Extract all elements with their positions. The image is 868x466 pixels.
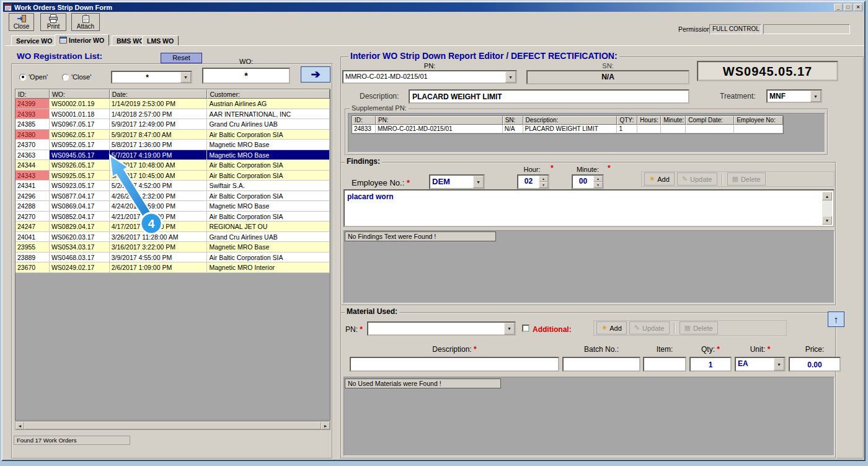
scrollbar-thumb[interactable] [24,422,321,429]
wo-date-cell[interactable]: 5/2/2017 4:52:00 PM [110,181,208,191]
wo-number-cell[interactable]: WS0002.01.19 [50,99,110,109]
wo-number-cell[interactable]: WS0923.05.17 [50,181,110,191]
supplemental-cell[interactable]: 24833 [352,125,376,133]
supplemental-cell[interactable]: 1 [617,125,637,133]
table-row[interactable]: 24833MMRO-C-021-MD-0215/01N/APLACARD WEI… [352,125,783,133]
wo-id-cell[interactable]: 24393 [16,109,50,120]
wo-customer-cell[interactable]: REGIONAL JET OU [207,222,330,232]
wo-number-cell[interactable]: WS0534.03.17 [50,242,110,253]
wo-registration-grid[interactable]: ID:WO:Date:Customer: 24399WS0002.01.191/… [15,89,330,421]
wo-id-cell[interactable]: 24296 [16,191,50,202]
scroll-top-button[interactable]: ↑ [828,311,844,327]
supplemental-cell[interactable] [637,125,661,133]
print-button[interactable]: Print [40,13,66,31]
table-row[interactable]: 23955WS0534.03.173/16/2017 3:22:00 PMMag… [16,242,330,253]
table-row[interactable]: 24341WS0923.05.175/2/2017 4:52:00 PMSwif… [16,181,330,191]
supplemental-cell[interactable]: MMRO-C-021-MD-0215/01 [376,125,503,133]
table-row[interactable]: 24363WS0945.05.175/7/2017 4:19:00 PMMagn… [16,150,330,161]
column-header[interactable]: WO: [50,89,110,99]
horizontal-scrollbar[interactable]: ◄ ► [15,421,330,430]
table-row[interactable]: 24393WS0001.01.181/4/2018 2:57:00 PMAAR … [16,109,330,120]
hour-stepper[interactable]: 02 ▲ ▼ [517,174,549,189]
wo-customer-cell[interactable]: Grand Cru Airlines UAB [207,232,330,243]
wo-customer-cell[interactable]: Magnetic MRO Base [207,242,330,253]
table-row[interactable]: 24247WS0829.04.174/17/2017 4:57:00 PMREG… [16,222,330,232]
wo-id-cell[interactable]: 24370 [16,140,50,150]
wo-number-cell[interactable]: WS0945.05.17 [50,150,110,161]
wo-id-cell[interactable]: 24399 [16,99,50,109]
table-row[interactable]: 24041WS0620.03.173/26/2017 11:28:00 AMGr… [16,232,330,243]
supplemental-cell[interactable] [686,125,734,133]
wo-id-cell[interactable]: 23889 [16,253,50,263]
wo-customer-cell[interactable]: Air Baltic Corporation SIA [207,171,330,181]
tab-service-wo[interactable]: Service WO [11,35,57,46]
wo-date-cell[interactable]: 5/3/2017 10:45:00 AM [110,171,208,181]
chevron-down-icon[interactable]: ▼ [810,91,821,102]
wo-customer-cell[interactable]: Air Baltic Corporation SIA [207,253,330,263]
wo-id-cell[interactable]: 24270 [16,212,50,222]
wo-date-cell[interactable]: 5/9/2017 8:47:00 AM [110,130,208,140]
minimize-button[interactable]: _ [834,4,843,11]
wo-id-cell[interactable]: 24343 [16,171,50,181]
radio-open[interactable]: 'Open' [19,73,48,81]
minute-up-icon[interactable]: ▲ [593,176,603,182]
table-row[interactable]: 24296WS0877.04.174/26/2017 2:32:00 PMAir… [16,191,330,202]
reset-button[interactable]: Reset [161,53,202,63]
chevron-down-icon[interactable]: ▼ [180,72,191,83]
wo-number-cell[interactable]: WS0468.03.17 [50,253,110,263]
findings-update-button[interactable]: ✎ Update [677,173,717,186]
wo-id-cell[interactable]: 23670 [16,262,50,273]
wo-id-cell[interactable]: 23955 [16,242,50,253]
table-row[interactable]: 23889WS0468.03.173/9/2017 4:55:00 PMAir … [16,253,330,263]
wo-customer-cell[interactable]: Swiftair S.A. [207,181,330,191]
wo-date-cell[interactable]: 1/14/2019 2:53:00 PM [110,99,208,109]
wo-id-cell[interactable]: 24247 [16,222,50,232]
item-field[interactable] [643,357,686,372]
wo-customer-cell[interactable]: Air Baltic Corporation SIA [207,160,330,171]
radio-close[interactable]: 'Close' [62,73,91,81]
wo-customer-cell[interactable]: Magnetic MRO Base [207,150,330,161]
supplemental-cell[interactable] [734,125,783,133]
wo-date-cell[interactable]: 3/26/2017 11:28:00 AM [110,232,208,243]
wo-date-cell[interactable]: 5/8/2017 1:36:00 PM [110,140,208,150]
wo-date-cell[interactable]: 2/6/2017 1:09:00 PM [110,262,208,273]
pn-combo[interactable]: MMRO-C-021-MD-0215/01 ▼ [342,70,517,84]
wo-id-cell[interactable]: 24041 [16,232,50,243]
findings-textarea[interactable]: placard worn ▲ ▼ [343,189,835,227]
wo-id-cell[interactable]: 24341 [16,181,50,191]
table-row[interactable]: 23670WS0249.02.172/6/2017 1:09:00 PMMagn… [16,262,330,273]
wo-number-cell[interactable]: WS0001.01.18 [50,109,110,120]
column-header[interactable]: Customer: [207,89,330,99]
wo-number-cell[interactable]: WS0852.04.17 [50,212,110,222]
wo-number-cell[interactable]: WS0962.05.17 [50,130,110,140]
tab-interior-wo[interactable]: Interior WO [55,34,109,46]
wo-id-cell[interactable]: 24363 [16,150,50,161]
wo-date-cell[interactable]: 4/17/2017 4:57:00 PM [110,222,208,232]
wo-customer-cell[interactable]: Magnetic MRO Interior [207,262,330,273]
scroll-down-icon[interactable]: ▼ [822,216,832,225]
wo-number-cell[interactable]: WS0925.05.17 [50,171,110,181]
title-bar[interactable]: Work Orders Strip Down Form _ □ ✕ [3,2,864,12]
table-row[interactable]: 24380WS0962.05.175/9/2017 8:47:00 AMAir … [16,130,330,140]
wo-customer-cell[interactable]: Air Baltic Corporation SIA [207,130,330,140]
close-button[interactable]: Close [9,13,34,31]
batch-field[interactable] [562,357,640,372]
minute-stepper[interactable]: 00 ▲ ▼ [572,174,604,189]
additional-checkbox[interactable] [522,325,529,332]
findings-add-button[interactable]: ✳ Add [644,173,675,186]
wo-date-cell[interactable]: 4/24/2017 4:59:00 PM [110,201,208,212]
table-row[interactable]: 24370WS0952.05.175/8/2017 1:36:00 PMMagn… [16,140,330,150]
wo-customer-cell[interactable]: Magnetic MRO Base [207,201,330,212]
scroll-right-icon[interactable]: ► [321,422,330,429]
wo-date-cell[interactable]: 5/7/2017 4:19:00 PM [110,150,208,161]
table-row[interactable]: 24385WS0967.05.175/9/2017 12:49:00 PMGra… [16,119,330,130]
attach-button[interactable]: Attach [71,13,100,31]
wo-id-cell[interactable]: 24344 [16,160,50,171]
supplemental-cell[interactable] [661,125,686,133]
treatment-combo[interactable]: MNF ▼ [766,89,822,103]
column-header[interactable]: Date: [110,89,208,99]
scroll-left-icon[interactable]: ◄ [16,422,24,429]
table-row[interactable]: 24343WS0925.05.175/3/2017 10:45:00 AMAir… [16,171,330,181]
wo-customer-cell[interactable]: Air Baltic Corporation SIA [207,191,330,202]
unit-combo[interactable]: EA ▼ [735,357,786,372]
